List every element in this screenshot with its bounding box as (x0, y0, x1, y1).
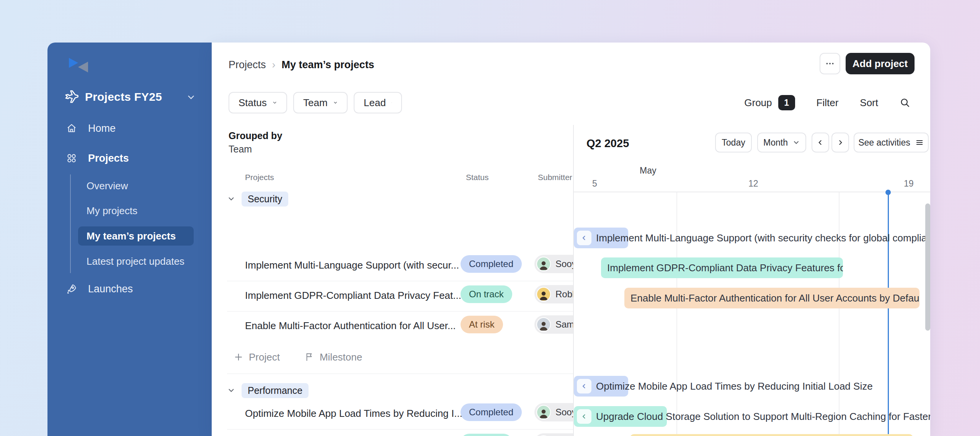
today-marker-dot (885, 190, 891, 195)
more-options-button[interactable] (820, 53, 840, 74)
add-project-label: Add project (853, 58, 908, 70)
see-activities-label: See activities (858, 138, 910, 148)
status-filter-dropdown[interactable]: Status (229, 92, 287, 113)
today-button[interactable]: Today (715, 133, 752, 152)
lead-filter-dropdown[interactable]: Lead (354, 92, 402, 113)
main-panel: Projects › My team’s projects Add projec… (212, 43, 930, 436)
grouped-by-value: Team (229, 144, 282, 155)
group-count-badge: 1 (778, 95, 795, 110)
app-logo-icon (68, 56, 92, 74)
avatar (536, 317, 551, 332)
chevron-down-icon[interactable] (227, 195, 235, 203)
timeline-bar-analytics[interactable]: Implement Real-Time Analytics Dashboard … (630, 434, 913, 436)
avatar (536, 405, 551, 420)
status-badge: On track (461, 434, 512, 436)
submitter-pill: Robb (534, 285, 573, 303)
sidebar-item-label: Home (88, 123, 116, 134)
timeline-bar-gdpr[interactable]: Implement GDPR-Compliant Data Privacy Fe… (601, 257, 843, 278)
breadcrumb-separator-icon: › (272, 59, 276, 71)
sidebar-item-my-projects[interactable]: My projects (78, 201, 194, 220)
add-project-button[interactable]: Add project (846, 53, 915, 74)
group-name-chip[interactable]: Performance (242, 383, 309, 398)
submitter-pill: Sooy (534, 255, 573, 273)
project-title[interactable]: Implement Multi-Language Support (with s… (245, 259, 459, 271)
chevron-left-icon (817, 139, 824, 146)
sidebar-item-latest-project-updates[interactable]: Latest project updates (78, 252, 194, 271)
zoom-level-label: Month (763, 138, 788, 148)
submitter-pill: Rin C (534, 433, 573, 436)
chevron-down-icon (333, 99, 338, 107)
add-project-row-label: Project (249, 351, 280, 363)
timeline-bar-label: Implement Multi-Language Support (with s… (596, 228, 930, 248)
group-header-security[interactable]: Security (227, 192, 288, 206)
workspace-switcher[interactable]: Projects FY25 (64, 88, 202, 106)
project-title[interactable]: Implement GDPR-Compliant Data Privacy Fe… (245, 290, 461, 302)
date-tick: 5 (592, 179, 597, 189)
timeline-quarter-label: Q2 2025 (586, 137, 629, 150)
sidebar: Projects FY25 Home Projects Overview My … (47, 43, 212, 436)
submitter-name: Sam (555, 319, 573, 330)
avatar (536, 257, 551, 271)
submitter-pill: Sooy (534, 403, 573, 421)
sidebar-item-my-teams-projects[interactable]: My team’s projects (78, 226, 194, 246)
submitter-name: Sooy (555, 407, 573, 418)
sort-button[interactable]: Sort (860, 97, 878, 109)
ellipsis-icon (825, 59, 835, 69)
group-header-performance[interactable]: Performance (227, 383, 309, 398)
group-divider (227, 374, 573, 374)
timeline-bar-label: Upgrade Cloud Storage Solution to Suppor… (596, 406, 930, 427)
add-project-row-button[interactable]: Project (234, 351, 280, 363)
filter-button[interactable]: Filter (817, 97, 839, 109)
timeline-bar-label: Implement GDPR-Compliant Data Privacy Fe… (601, 262, 843, 274)
workspace-name: Projects FY25 (85, 90, 162, 103)
sidebar-item-label: Projects (88, 152, 129, 164)
sidebar-item-home[interactable]: Home (59, 118, 201, 138)
search-icon[interactable] (900, 97, 910, 108)
menu-lines-icon (915, 138, 924, 147)
sidebar-item-projects[interactable]: Projects (59, 148, 201, 168)
month-label: May (640, 166, 656, 176)
project-title[interactable]: Enable Multi-Factor Authentication for A… (245, 320, 456, 332)
status-badge: Completed (461, 255, 522, 273)
avatar (536, 287, 551, 302)
lead-filter-label: Lead (364, 97, 386, 109)
timeline-bar-mfa[interactable]: Enable Multi-Factor Authentication for A… (624, 288, 920, 308)
zoom-level-dropdown[interactable]: Month (757, 133, 806, 152)
group-label: Group (744, 97, 772, 109)
group-button[interactable]: Group 1 (744, 95, 795, 110)
group-footer-actions: Project Milestone (234, 350, 362, 364)
status-badge: At risk (461, 316, 503, 333)
chevron-down-icon (391, 99, 392, 107)
scroll-to-start-chip[interactable] (577, 231, 591, 245)
sidebar-item-label: My team’s projects (87, 230, 176, 242)
grouped-by: Grouped by Team (229, 130, 282, 155)
team-filter-label: Team (303, 97, 328, 109)
see-activities-button[interactable]: See activities (854, 133, 929, 152)
scroll-to-start-chip[interactable] (577, 379, 591, 393)
add-milestone-button[interactable]: Milestone (304, 351, 362, 363)
sort-label: Sort (860, 97, 878, 109)
sidebar-item-label: Launches (88, 283, 133, 295)
scroll-to-start-chip[interactable] (577, 409, 591, 424)
breadcrumb-projects[interactable]: Projects (229, 59, 266, 71)
project-title[interactable]: Optimize Mobile App Load Times by Reduci… (245, 408, 462, 420)
team-filter-dropdown[interactable]: Team (293, 92, 348, 113)
sidebar-item-overview[interactable]: Overview (78, 176, 194, 195)
chevron-down-icon[interactable] (186, 92, 196, 102)
row-divider (227, 429, 573, 429)
sidebar-item-launches[interactable]: Launches (59, 279, 201, 299)
row-divider (227, 311, 573, 311)
date-tick: 12 (748, 179, 758, 189)
chevron-down-icon[interactable] (227, 386, 235, 395)
add-milestone-label: Milestone (320, 351, 362, 363)
grouped-by-label: Grouped by (229, 130, 282, 141)
project-list-panel: Grouped by Team Projects Status Submitte… (212, 125, 573, 436)
today-label: Today (722, 138, 745, 148)
chevron-down-icon (272, 99, 277, 107)
timeline-panel: Q2 2025 Today Month See activities May 5… (573, 125, 930, 436)
timeline-scrollbar[interactable] (925, 203, 930, 331)
timeline-prev-button[interactable] (812, 133, 829, 152)
group-name-chip[interactable]: Security (242, 192, 288, 207)
timeline-next-button[interactable] (831, 133, 849, 152)
sidebar-item-label: Overview (87, 180, 128, 192)
